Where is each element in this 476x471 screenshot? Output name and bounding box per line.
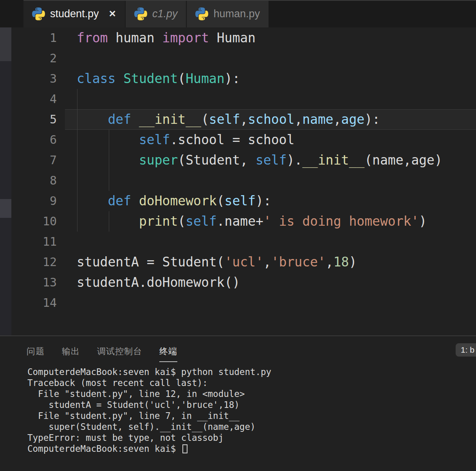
tab-student.py[interactable]: student.py✕: [23, 0, 125, 27]
close-icon[interactable]: ✕: [109, 9, 116, 19]
code-line-12[interactable]: 12studentA = Student('ucl','bruce',18): [11, 252, 476, 272]
line-number[interactable]: 10: [11, 211, 57, 232]
python-icon: [134, 7, 147, 20]
line-number[interactable]: 11: [11, 232, 57, 252]
terminal-line: studentA = Student('ucl','bruce',18): [27, 399, 476, 410]
line-number[interactable]: 8: [11, 170, 57, 191]
code-line-8[interactable]: 8: [11, 170, 476, 191]
code-line-14[interactable]: 14: [11, 293, 476, 313]
line-number[interactable]: 14: [11, 293, 57, 313]
sidebar-edge-block-bottom: [0, 199, 11, 218]
python-icon: [32, 7, 45, 20]
tab-bar: student.py✕ c1.py human.py: [0, 0, 476, 27]
terminal-line: TypeError: must be type, not classobj: [27, 432, 476, 443]
terminal-line: File "student.py", line 7, in __init__: [27, 410, 476, 421]
panel-tab-bar: 问题输出调试控制台终端: [27, 342, 177, 362]
line-number[interactable]: 6: [11, 130, 57, 150]
code-line-7[interactable]: 7 super(Student, self).__init__(name,age…: [11, 150, 476, 170]
panel-tab-终端[interactable]: 终端: [159, 342, 177, 362]
code-line-11[interactable]: 11: [11, 232, 476, 252]
line-text: print(self.name+' is doing homework'): [77, 211, 427, 232]
code-area: 1from human import Human23class Student(…: [11, 28, 476, 313]
code-editor[interactable]: 1from human import Human23class Student(…: [11, 27, 476, 335]
tab-label: student.py: [50, 8, 99, 20]
code-line-10[interactable]: 10 print(self.name+' is doing homework'): [11, 211, 476, 232]
line-number[interactable]: 3: [11, 69, 57, 89]
terminal-line: ComputerdeMacBook:seven kai$ python stud…: [27, 366, 476, 377]
tab-label: c1.py: [152, 8, 178, 20]
terminal-line: File "student.py", line 12, in <module>: [27, 388, 476, 399]
line-text: def doHomework(self):: [77, 191, 271, 211]
tab-human.py[interactable]: human.py: [187, 0, 269, 27]
line-number[interactable]: 2: [11, 48, 57, 69]
line-text: studentA.doHomework(): [77, 272, 240, 293]
terminal-line: Traceback (most recent call last):: [27, 377, 476, 388]
terminal-select-label: 1: b: [461, 345, 474, 354]
tabbar-top-edge: [23, 0, 476, 1]
line-text: studentA = Student('ucl','bruce',18): [77, 252, 357, 272]
line-text: super(Student, self).__init__(name,age): [77, 150, 442, 170]
terminal-line: ComputerdeMacBook:seven kai$: [27, 443, 476, 454]
bottom-panel: 问题输出调试控制台终端 1: b ComputerdeMacBook:seven…: [0, 335, 476, 471]
terminal-line: super(Student, self).__init__(name,age): [27, 421, 476, 432]
line-number[interactable]: 1: [11, 28, 57, 48]
line-text: def __init__(self,school,name,age):: [77, 109, 380, 130]
line-number[interactable]: 12: [11, 252, 57, 272]
line-number[interactable]: 13: [11, 272, 57, 293]
panel-tab-调试控制台[interactable]: 调试控制台: [97, 342, 142, 362]
editor-group: 1from human import Human23class Student(…: [0, 27, 476, 335]
code-line-1[interactable]: 1from human import Human: [11, 28, 476, 48]
line-number[interactable]: 4: [11, 89, 57, 109]
code-line-3[interactable]: 3class Student(Human):: [11, 69, 476, 89]
code-line-13[interactable]: 13studentA.doHomework(): [11, 272, 476, 293]
line-number[interactable]: 9: [11, 191, 57, 211]
line-text: class Student(Human):: [77, 69, 240, 89]
tab-c1.py[interactable]: c1.py: [126, 0, 186, 27]
panel-tab-输出[interactable]: 输出: [62, 342, 80, 362]
line-text: from human import Human: [77, 28, 256, 48]
sidebar-edge-block-top: [0, 27, 11, 61]
python-icon: [195, 7, 208, 20]
code-line-5[interactable]: 5 def __init__(self,school,name,age):: [11, 109, 476, 130]
sidebar-edge: [0, 27, 11, 335]
code-line-2[interactable]: 2: [11, 48, 476, 69]
terminal-select[interactable]: 1: b: [456, 343, 476, 357]
panel-tab-问题[interactable]: 问题: [27, 342, 45, 362]
line-number[interactable]: 5: [11, 109, 57, 130]
tab-label: human.py: [213, 8, 260, 20]
line-text: self.school = school: [77, 130, 294, 150]
terminal-output[interactable]: ComputerdeMacBook:seven kai$ python stud…: [27, 366, 476, 454]
code-line-6[interactable]: 6 self.school = school: [11, 130, 476, 150]
code-line-9[interactable]: 9 def doHomework(self):: [11, 191, 476, 211]
terminal-cursor: [182, 444, 188, 453]
line-number[interactable]: 7: [11, 150, 57, 170]
code-line-4[interactable]: 4: [11, 89, 476, 109]
